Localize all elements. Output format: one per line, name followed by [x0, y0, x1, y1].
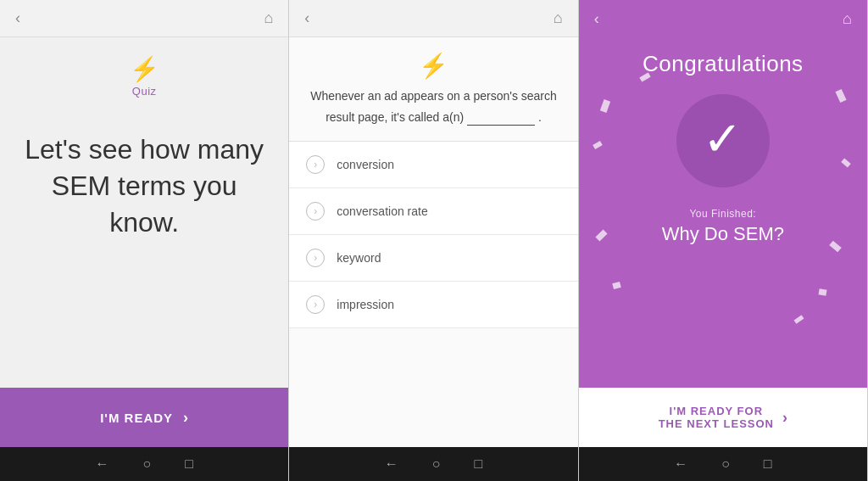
bolt-icon-panel1: ⚡ — [130, 58, 159, 81]
answer-chevron-3: › — [314, 252, 317, 264]
answers-list: › conversion › conversation rate › keywo… — [289, 142, 577, 447]
im-ready-arrow: › — [183, 409, 188, 427]
top-bar-panel1: ‹ ⌂ — [0, 0, 288, 37]
android-nav-bar-1: ← ○ □ — [0, 447, 288, 481]
next-lesson-line2: THE NEXT LESSON — [659, 417, 774, 430]
android-back-3[interactable]: ← — [674, 456, 687, 472]
back-arrow-panel2[interactable]: ‹ — [304, 9, 309, 27]
answer-circle-1: › — [306, 155, 325, 174]
next-lesson-line1: I'M READY FOR — [659, 405, 774, 417]
im-ready-button[interactable]: I'M READY › — [0, 388, 288, 447]
panel-quiz-intro: ‹ ⌂ ⚡ Quiz Let's see how many SEM terms … — [0, 0, 289, 481]
intro-text: Let's see how many SEM terms you know. — [0, 131, 288, 242]
answer-text-4: impression — [337, 298, 394, 311]
home-icon-panel3[interactable]: ⌂ — [843, 10, 852, 28]
top-bar-panel3: ‹ ⌂ — [579, 0, 867, 37]
quiz-label: Quiz — [132, 85, 157, 98]
top-bar-panel2: ‹ ⌂ — [289, 0, 577, 37]
check-circle: ✓ — [676, 94, 770, 187]
android-recents-2[interactable]: □ — [474, 456, 482, 472]
panel-quiz-question: ‹ ⌂ ⚡ Whenever an ad appears on a person… — [289, 0, 578, 481]
question-text: Whenever an ad appears on a person's sea… — [309, 87, 557, 127]
home-icon-panel1[interactable]: ⌂ — [264, 9, 273, 27]
android-recents-3[interactable]: □ — [764, 456, 772, 472]
answer-text-1: conversion — [337, 158, 394, 171]
answer-item-1[interactable]: › conversion — [289, 142, 577, 188]
panel3-content: Congratulations ✓ You Finished: Why Do S… — [579, 37, 867, 388]
next-lesson-arrow: › — [782, 409, 787, 427]
answer-text-3: keyword — [337, 251, 381, 265]
back-arrow-panel3[interactable]: ‹ — [594, 10, 599, 28]
answer-circle-2: › — [306, 202, 325, 221]
next-lesson-button[interactable]: I'M READY FOR THE NEXT LESSON › — [579, 388, 867, 447]
congrats-title: Congratulations — [643, 51, 804, 77]
panel1-content: ⚡ Quiz Let's see how many SEM terms you … — [0, 37, 288, 388]
panel2-content: ⚡ Whenever an ad appears on a person's s… — [289, 37, 577, 447]
android-back-2[interactable]: ← — [385, 456, 398, 472]
answer-chevron-4: › — [314, 299, 317, 310]
android-home-3[interactable]: ○ — [721, 456, 730, 472]
android-nav-bar-2: ← ○ □ — [289, 447, 577, 481]
home-icon-panel2[interactable]: ⌂ — [554, 9, 563, 27]
check-mark-icon: ✓ — [703, 115, 743, 163]
back-arrow-panel1[interactable]: ‹ — [15, 9, 20, 27]
panel-congratulations: ‹ ⌂ Congratulations ✓ You Finished: Why … — [579, 0, 868, 481]
answer-chevron-1: › — [314, 159, 317, 171]
finished-title: Why Do SEM? — [662, 223, 784, 245]
answer-circle-3: › — [306, 249, 325, 267]
android-nav-bar-3: ← ○ □ — [579, 447, 867, 481]
android-home-2[interactable]: ○ — [432, 456, 441, 472]
android-home-1[interactable]: ○ — [142, 456, 151, 472]
android-recents-1[interactable]: □ — [185, 456, 193, 472]
bolt-icon-panel2: ⚡ — [309, 54, 557, 78]
answer-circle-4: › — [306, 295, 325, 314]
answer-chevron-2: › — [314, 205, 317, 217]
im-ready-label: I'M READY — [100, 411, 173, 425]
question-text-after: . — [538, 110, 542, 124]
question-blank — [467, 105, 535, 125]
next-lesson-text: I'M READY FOR THE NEXT LESSON — [659, 405, 774, 430]
finished-label: You Finished: — [689, 208, 756, 220]
android-back-1[interactable]: ← — [95, 456, 108, 472]
answer-item-4[interactable]: › impression — [289, 282, 577, 328]
answer-text-2: conversation rate — [337, 204, 427, 218]
question-area: ⚡ Whenever an ad appears on a person's s… — [289, 37, 577, 142]
answer-item-3[interactable]: › keyword — [289, 235, 577, 282]
answer-item-2[interactable]: › conversation rate — [289, 188, 577, 235]
